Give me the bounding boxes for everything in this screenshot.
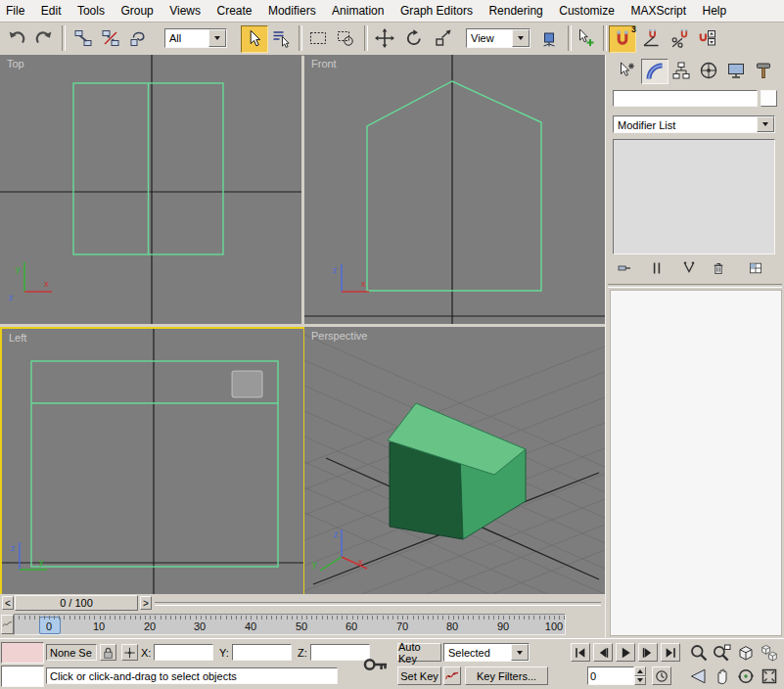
play-animation-button[interactable] [616, 643, 635, 662]
track-bar-ruler[interactable]: 0 10 20 30 40 50 60 70 80 90 100 [14, 614, 566, 635]
spinner-snap-toggle-button[interactable] [695, 25, 720, 51]
viewport-top-label[interactable]: Top [7, 58, 24, 69]
viewport-perspective[interactable]: Perspective [304, 327, 605, 594]
zoom-all-button[interactable] [712, 642, 733, 664]
remove-modifier-button[interactable] [708, 259, 729, 277]
maximize-viewport-toggle-button[interactable] [759, 666, 780, 687]
pan-view-button[interactable] [712, 666, 733, 687]
new-key-default-in-out-tangents-button[interactable] [443, 666, 461, 685]
viewport-perspective-label[interactable]: Perspective [311, 330, 367, 342]
modifier-list-dropdown[interactable]: Modifier List [613, 115, 775, 133]
menu-edit[interactable]: Edit [35, 0, 68, 22]
spinner-down-button[interactable] [634, 676, 646, 686]
menu-animation[interactable]: Animation [326, 0, 390, 22]
select-by-name-button[interactable] [268, 25, 294, 51]
viewport-front-label[interactable]: Front [311, 58, 337, 69]
select-and-move-button[interactable] [372, 25, 397, 51]
tab-utilities[interactable] [751, 59, 776, 82]
selection-lock-toggle[interactable] [100, 644, 116, 661]
viewport-front[interactable]: Front z x [304, 55, 605, 324]
zoom-extents-all-button[interactable] [759, 642, 780, 664]
undo-button[interactable] [4, 25, 29, 51]
time-slider-track[interactable] [155, 602, 601, 606]
previous-frame-arrow-button[interactable]: < [2, 596, 14, 610]
viewport-ghost-box [232, 371, 262, 397]
spinner-up-button[interactable] [634, 666, 646, 676]
tab-modify[interactable] [641, 59, 669, 84]
object-name-field[interactable] [613, 90, 758, 107]
dropdown-arrow-button[interactable] [512, 29, 530, 47]
tab-display[interactable] [723, 59, 749, 82]
pin-stack-button[interactable] [614, 259, 635, 277]
house-object[interactable] [388, 403, 526, 539]
previous-frame-button[interactable] [593, 643, 613, 662]
select-object-button[interactable] [241, 25, 268, 53]
select-and-scale-button[interactable] [431, 25, 456, 51]
viewport-left-label[interactable]: Left [9, 332, 26, 344]
tab-motion[interactable] [696, 59, 721, 82]
select-and-manipulate-button[interactable] [574, 25, 599, 51]
reference-coordinate-system-dropdown[interactable]: View [466, 28, 530, 48]
dropdown-arrow-button[interactable] [208, 29, 226, 47]
menu-tools[interactable]: Tools [71, 0, 111, 22]
menu-graph-editors[interactable]: Graph Editors [394, 0, 479, 22]
zoom-extents-button[interactable] [735, 642, 757, 664]
show-end-result-button[interactable] [646, 259, 668, 277]
key-mode-dropdown[interactable]: Selected [443, 643, 530, 662]
menu-file[interactable]: File [0, 0, 30, 22]
menu-rendering[interactable]: Rendering [483, 0, 548, 22]
key-mode-toggle-button[interactable] [652, 666, 671, 685]
dropdown-arrow-button[interactable] [511, 644, 529, 661]
open-mini-curve-editor-button[interactable] [1, 615, 14, 634]
window-crossing-button[interactable] [333, 25, 358, 51]
next-frame-arrow-button[interactable]: > [140, 596, 152, 610]
coord-x-field[interactable] [154, 644, 213, 661]
current-frame-field[interactable] [587, 666, 634, 685]
set-key-button[interactable]: Set Key [397, 666, 441, 685]
frame-spinner[interactable] [634, 666, 646, 685]
tab-hierarchy[interactable] [669, 59, 694, 82]
selection-filter-dropdown[interactable]: All [164, 28, 227, 48]
viewport-left-active[interactable]: Left z y [0, 327, 305, 598]
go-to-end-button[interactable] [661, 643, 680, 662]
bind-to-space-warp-button[interactable] [125, 25, 151, 51]
spinner-snap-icon [698, 28, 717, 48]
absolute-offset-toggle[interactable] [121, 644, 138, 661]
go-to-start-button[interactable] [571, 643, 590, 662]
tab-create[interactable] [614, 59, 639, 82]
unlink-selection-button[interactable] [98, 25, 123, 51]
dropdown-arrow-button[interactable] [757, 116, 774, 132]
menu-customize[interactable]: Customize [553, 0, 621, 22]
menu-maxscript[interactable]: MAXScript [624, 0, 692, 22]
arc-rotate-button[interactable] [735, 666, 757, 687]
menu-help[interactable]: Help [697, 0, 733, 22]
menu-views[interactable]: Views [163, 0, 207, 22]
select-and-link-button[interactable] [70, 25, 96, 51]
make-unique-button[interactable] [678, 259, 700, 277]
snaps-toggle-button[interactable]: 3 [609, 25, 636, 53]
auto-key-button[interactable]: Auto Key [397, 643, 441, 662]
viewport-top[interactable]: Top y x z [0, 55, 301, 324]
configure-modifier-sets-button[interactable] [745, 259, 766, 277]
angle-snap-toggle-button[interactable] [638, 25, 664, 51]
set-keys-big-key-button[interactable] [358, 649, 393, 680]
object-color-swatch[interactable] [761, 90, 777, 107]
rectangular-selection-region-button[interactable] [305, 25, 331, 51]
menu-create[interactable]: Create [210, 0, 257, 22]
time-slider-handle[interactable]: 0 / 100 [15, 595, 138, 611]
modifier-stack-list[interactable] [613, 139, 775, 254]
menu-modifiers[interactable]: Modifiers [262, 0, 322, 22]
maxscript-mini-listener-pink[interactable] [1, 642, 44, 664]
use-pivot-center-button[interactable] [536, 25, 562, 51]
zoom-button[interactable] [688, 642, 710, 664]
key-filters-button[interactable]: Key Filters... [465, 666, 548, 685]
redo-button[interactable] [31, 25, 57, 51]
select-and-rotate-button[interactable] [401, 25, 427, 51]
coord-y-field[interactable] [232, 644, 292, 661]
percent-snap-toggle-button[interactable] [668, 25, 693, 51]
tick-label: 30 [185, 620, 214, 632]
field-of-view-button[interactable] [688, 666, 710, 687]
maxscript-mini-listener-white[interactable] [1, 666, 44, 687]
menu-group[interactable]: Group [115, 0, 159, 22]
next-frame-button[interactable] [638, 643, 658, 662]
